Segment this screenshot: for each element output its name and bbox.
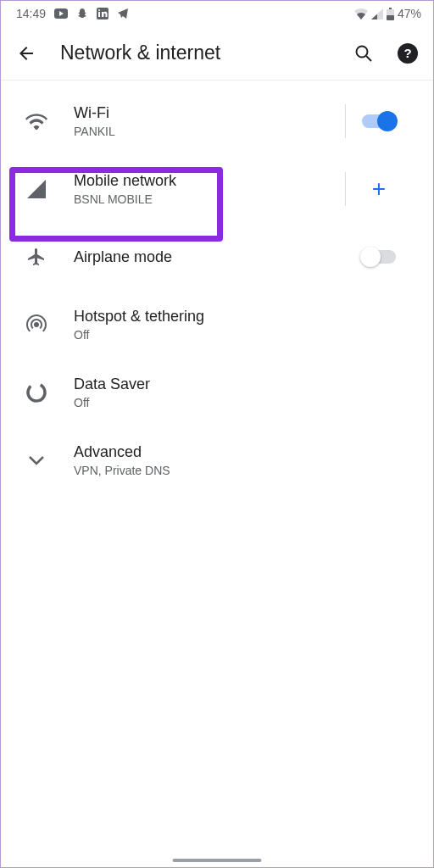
advanced-title: Advanced xyxy=(74,443,413,461)
add-network-button[interactable]: + xyxy=(372,177,386,201)
svg-rect-4 xyxy=(389,8,392,9)
settings-list: Wi-Fi PANKIL Mobile network BSNL MOBILE … xyxy=(1,81,433,494)
svg-point-3 xyxy=(98,9,100,11)
svg-point-10 xyxy=(25,381,47,403)
status-bar: 14:49 47% xyxy=(1,1,433,26)
svg-point-7 xyxy=(357,46,368,57)
telegram-icon xyxy=(117,8,129,19)
mobile-network-icon xyxy=(16,180,57,198)
row-wifi[interactable]: Wi-Fi PANKIL xyxy=(1,87,433,155)
chevron-down-icon xyxy=(16,455,57,465)
status-time: 14:49 xyxy=(16,7,46,20)
help-icon[interactable]: ? xyxy=(398,43,418,64)
wifi-title: Wi-Fi xyxy=(74,104,345,122)
wifi-status-icon xyxy=(354,8,368,19)
wifi-icon xyxy=(16,113,57,130)
app-bar: Network & internet ? xyxy=(1,26,433,81)
divider xyxy=(345,172,346,206)
youtube-icon xyxy=(54,8,68,19)
page-title: Network & internet xyxy=(60,42,330,64)
divider xyxy=(345,104,346,138)
battery-status-icon xyxy=(387,8,394,20)
datasaver-sub: Off xyxy=(74,396,413,409)
row-advanced[interactable]: Advanced VPN, Private DNS xyxy=(1,426,433,494)
hotspot-title: Hotspot & tethering xyxy=(74,308,413,326)
row-hotspot[interactable]: Hotspot & tethering Off xyxy=(1,291,433,359)
nav-handle[interactable] xyxy=(173,859,262,862)
airplane-title: Airplane mode xyxy=(74,248,345,266)
row-data-saver[interactable]: Data Saver Off xyxy=(1,359,433,426)
search-icon[interactable] xyxy=(353,43,374,64)
svg-rect-6 xyxy=(387,15,394,20)
snapchat-icon xyxy=(76,8,88,19)
advanced-sub: VPN, Private DNS xyxy=(74,464,413,477)
airplane-toggle[interactable] xyxy=(362,250,396,264)
signal-status-icon xyxy=(371,8,383,19)
wifi-sub: PANKIL xyxy=(74,125,345,138)
battery-percent: 47% xyxy=(398,7,421,20)
hotspot-icon xyxy=(16,314,57,336)
svg-rect-2 xyxy=(98,12,100,17)
mobile-sub: BSNL MOBILE xyxy=(74,192,345,206)
svg-point-9 xyxy=(34,322,39,327)
row-mobile-network[interactable]: Mobile network BSNL MOBILE + xyxy=(1,155,433,223)
mobile-title: Mobile network xyxy=(74,172,345,190)
airplane-icon xyxy=(16,247,57,267)
datasaver-title: Data Saver xyxy=(74,376,413,393)
back-icon[interactable] xyxy=(16,43,36,64)
data-saver-icon xyxy=(16,381,57,403)
row-airplane-mode[interactable]: Airplane mode xyxy=(1,223,433,291)
wifi-toggle[interactable] xyxy=(362,114,396,128)
svg-line-8 xyxy=(366,56,371,61)
linkedin-icon xyxy=(97,8,108,19)
hotspot-sub: Off xyxy=(74,328,413,342)
